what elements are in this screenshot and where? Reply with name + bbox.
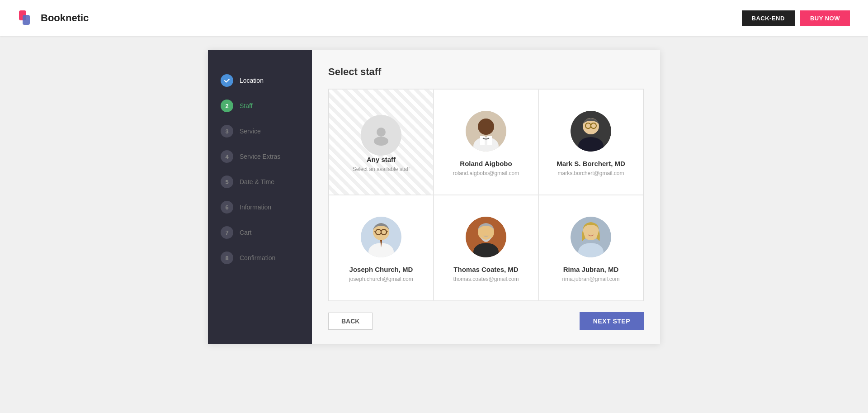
staff-email-roland: roland.aigbobo@gmail.com (453, 170, 519, 176)
bottom-bar: BACK NEXT STEP (328, 312, 644, 330)
staff-grid: Any staff Select an available staff (328, 89, 644, 301)
sidebar-item-confirmation[interactable]: 8 Confirmation (208, 245, 312, 271)
sidebar-item-staff[interactable]: 2 Staff (208, 93, 312, 119)
step-number-7: 7 (221, 226, 233, 239)
sidebar: Location 2 Staff 3 Service 4 (208, 50, 312, 344)
step-label-cart: Cart (240, 229, 251, 236)
step-number-2: 2 (221, 100, 233, 112)
svg-rect-7 (480, 136, 485, 145)
sidebar-item-information[interactable]: 6 Information (208, 195, 312, 220)
step-number-8: 8 (221, 252, 233, 264)
staff-card-mark[interactable]: Mark S. Borchert, MD marks.borchert@gmai… (538, 89, 643, 195)
step-label-confirmation: Confirmation (240, 254, 275, 261)
staff-name-rima: Rima Jubran, MD (563, 266, 619, 273)
staff-email-joseph: joseph.church@gmail.com (349, 276, 413, 282)
avatar-mark (571, 111, 611, 152)
topnav-buttons: BACK-END BUY NOW (742, 10, 850, 26)
step-label-location: Location (240, 77, 264, 84)
content-title: Select staff (328, 66, 644, 78)
svg-line-21 (374, 232, 376, 232)
svg-point-2 (377, 128, 386, 137)
staff-card-thomas[interactable]: Thomas Coates, MD thomas.coates@gmail.co… (434, 195, 538, 301)
svg-rect-8 (487, 136, 492, 145)
staff-name-any: Any staff (367, 156, 396, 163)
svg-rect-1 (23, 15, 30, 25)
back-button[interactable]: BACK (328, 313, 373, 330)
main-wrapper: Location 2 Staff 3 Service 4 (0, 36, 868, 413)
avatar-thomas (466, 217, 506, 257)
sidebar-item-cart[interactable]: 7 Cart (208, 220, 312, 245)
avatar-joseph (361, 217, 401, 257)
logo-text: Booknetic (41, 12, 89, 24)
logo-area: Booknetic (18, 9, 89, 27)
step-label-service-extras: Service Extras (240, 153, 280, 160)
staff-card-joseph[interactable]: Joseph Church, MD joseph.church@gmail.co… (329, 195, 434, 301)
step-number-5: 5 (221, 176, 233, 188)
staff-name-mark: Mark S. Borchert, MD (557, 160, 625, 167)
sidebar-item-datetime[interactable]: 5 Date & Time (208, 169, 312, 195)
step-number-1 (221, 74, 233, 87)
avatar-rima (571, 217, 611, 257)
sidebar-item-location[interactable]: Location (208, 68, 312, 93)
step-number-4: 4 (221, 150, 233, 163)
svg-point-3 (374, 137, 388, 146)
staff-card-any[interactable]: Any staff Select an available staff (329, 89, 434, 195)
content-area: Select staff Any staff Select an availab… (312, 50, 660, 344)
backend-button[interactable]: BACK-END (742, 10, 795, 26)
staff-email-any: Select an available staff (353, 166, 410, 172)
step-label-datetime: Date & Time (240, 178, 274, 185)
next-step-button[interactable]: NEXT STEP (580, 312, 644, 330)
staff-card-roland[interactable]: Roland Aigbobo roland.aigbobo@gmail.com (434, 89, 538, 195)
staff-email-rima: rima.jubran@gmail.com (562, 276, 620, 282)
staff-email-mark: marks.borchert@gmail.com (558, 170, 624, 176)
avatar-any (361, 115, 401, 156)
buynow-button[interactable]: BUY NOW (800, 10, 850, 26)
top-navigation: Booknetic BACK-END BUY NOW (0, 0, 868, 36)
booking-container: Location 2 Staff 3 Service 4 (208, 50, 660, 344)
avatar-roland (466, 111, 506, 152)
svg-point-6 (478, 119, 494, 135)
step-number-6: 6 (221, 201, 233, 214)
staff-email-thomas: thomas.coates@gmail.com (453, 276, 519, 282)
logo-icon (18, 9, 35, 27)
step-label-staff: Staff (240, 102, 253, 109)
sidebar-item-service-extras[interactable]: 4 Service Extras (208, 144, 312, 169)
step-label-service: Service (240, 128, 261, 135)
staff-name-thomas: Thomas Coates, MD (453, 266, 518, 273)
step-label-information: Information (240, 204, 271, 211)
step-number-3: 3 (221, 125, 233, 138)
staff-card-rima[interactable]: Rima Jubran, MD rima.jubran@gmail.com (538, 195, 643, 301)
svg-line-22 (387, 232, 388, 232)
staff-name-roland: Roland Aigbobo (460, 160, 512, 167)
sidebar-item-service[interactable]: 3 Service (208, 119, 312, 144)
staff-name-joseph: Joseph Church, MD (349, 266, 413, 273)
